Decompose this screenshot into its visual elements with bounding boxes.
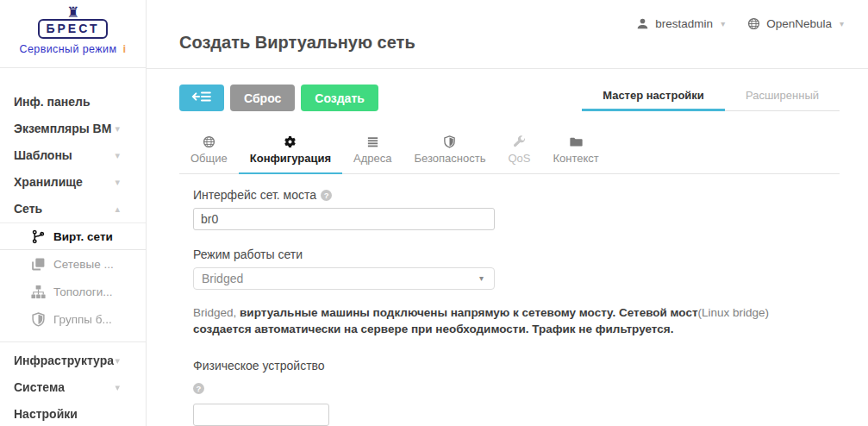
phydev-help-row: ? (193, 380, 840, 396)
subtab-label: Безопасность (415, 152, 486, 165)
globe-icon (203, 135, 215, 148)
configuration-form: Интерфейс сет. моста? Режим работы сети … (179, 174, 840, 426)
subtab-addresses[interactable]: Адреса (342, 129, 403, 174)
main-area: Создать Виртуальную сеть brestadmin ▾ (147, 0, 868, 426)
sidebar-item-infrastructure[interactable]: Инфраструктура ▾ (0, 348, 146, 374)
user-icon (636, 17, 649, 30)
page-title: Создать Виртуальную сеть (179, 33, 415, 53)
bridge-label: Интерфейс сет. моста? (193, 188, 840, 202)
back-to-list-button[interactable] (179, 85, 224, 111)
sidebar-item-network-topology[interactable]: Топологи... (0, 278, 146, 305)
sidebar-item-label: Сетевые ... (53, 258, 114, 271)
sidebar-item-label: Шаблоны (14, 148, 72, 162)
mode-description-light: (Linux bridge) (698, 306, 770, 319)
info-icon[interactable]: i (122, 42, 126, 55)
sidebar-item-system[interactable]: Система ▾ (0, 374, 146, 401)
bridge-input[interactable] (193, 208, 495, 230)
chevron-down-icon: ▾ (115, 374, 120, 401)
sidebar-item-label: Система (14, 380, 65, 394)
globe-icon (747, 17, 760, 30)
castle-icon: ♜ (0, 7, 146, 19)
layers-icon (31, 257, 46, 272)
sidebar-item-label: Сеть (14, 202, 42, 216)
phydev-label: Физическое устройство (193, 359, 840, 373)
back-list-icon (191, 91, 212, 105)
chevron-down-icon: ▾ (115, 116, 120, 142)
sidebar-item-templates[interactable]: Шаблоны ▾ (0, 142, 146, 169)
sidebar-divider (0, 341, 146, 342)
sidebar-item-label: Инфраструктура (14, 354, 114, 367)
shield-icon (31, 312, 46, 327)
sidebar-item-label: Инф. панель (14, 95, 91, 109)
content: Сброс Создать Мастер настройки Расширенн… (147, 84, 868, 426)
subtab-label: Общие (190, 152, 228, 165)
subtab-configuration[interactable]: Конфигурация (239, 129, 342, 174)
sitemap-icon (31, 285, 46, 299)
sidebar-item-network[interactable]: Сеть ▴ (0, 196, 146, 222)
mode-description-dark: создается автоматически на сервере при н… (193, 323, 673, 335)
tab-advanced[interactable]: Расширенный (725, 84, 840, 111)
zone-menu[interactable]: OpenNebula ▾ (747, 17, 844, 30)
chevron-down-icon: ▾ (840, 19, 844, 28)
subtab-label: QoS (508, 152, 530, 165)
sidebar-item-network-secgroups-list[interactable]: Сетевые ... (0, 250, 146, 278)
chevron-down-icon: ▾ (115, 348, 120, 374)
list-icon (366, 135, 379, 148)
brand-logo: БРЕСТ (38, 19, 107, 39)
shield-icon (443, 135, 456, 148)
sidebar-item-virtual-networks[interactable]: Вирт. сети (0, 222, 146, 250)
mode-description-light: Bridged, (193, 306, 236, 319)
zone-name: OpenNebula (766, 17, 832, 30)
network-mode-label: Режим работы сети (193, 247, 840, 261)
help-icon[interactable]: ? (193, 383, 204, 394)
username: brestadmin (655, 17, 713, 30)
mode-description-dark: виртуальные машины подключены напрямую к… (236, 306, 697, 319)
sidebar-item-label: Вирт. сети (53, 230, 113, 243)
chevron-down-icon: ▾ (115, 169, 120, 196)
tab-wizard[interactable]: Мастер настройки (582, 84, 725, 111)
sidebar-menu: Инф. панель Экземпляры ВМ ▾ Шаблоны ▾ Хр… (0, 68, 146, 426)
sidebar-item-label: Топологи... (53, 285, 112, 298)
sidebar: ♜ БРЕСТ Сервисный режимi Инф. панель Экз… (0, 0, 147, 426)
user-menu[interactable]: brestadmin ▾ (636, 17, 725, 30)
folder-icon (570, 135, 583, 148)
subtab-label: Адреса (353, 152, 391, 165)
help-icon[interactable]: ? (321, 190, 332, 201)
gear-icon (284, 135, 297, 148)
caret-down-icon: ▾ (479, 268, 484, 289)
sidebar-item-vm-instances[interactable]: Экземпляры ВМ ▾ (0, 116, 146, 142)
subtab-general[interactable]: Общие (179, 129, 239, 174)
subtab-label: Контекст (553, 152, 598, 165)
subtab-context[interactable]: Контекст (541, 129, 609, 174)
subtab-label: Конфигурация (250, 152, 331, 165)
sidebar-item-security-groups[interactable]: Группы б... (0, 305, 146, 333)
reset-button[interactable]: Сброс (230, 85, 295, 111)
code-branch-icon (31, 229, 46, 244)
network-mode-select[interactable]: Bridged ▾ (193, 267, 495, 290)
page-header: Создать Виртуальную сеть brestadmin ▾ (147, 0, 868, 69)
sidebar-item-settings[interactable]: Настройки (0, 401, 146, 426)
bridge-label-text: Интерфейс сет. моста (193, 188, 316, 202)
sidebar-item-label: Настройки (14, 407, 78, 421)
header-right: brestadmin ▾ OpenNebula ▾ (636, 17, 844, 30)
subtab-security[interactable]: Безопасность (403, 129, 497, 174)
sidebar-item-storage[interactable]: Хранилище ▾ (0, 169, 146, 196)
network-mode-value: Bridged (202, 272, 243, 285)
chevron-down-icon: ▾ (115, 142, 120, 169)
phydev-input-row (193, 404, 840, 426)
wizard-subtabs: Общие Конфигурация Адрес (179, 129, 840, 174)
logo: ♜ БРЕСТ Сервисный режимi (0, 0, 146, 68)
subtab-qos[interactable]: QoS (496, 129, 541, 174)
sidebar-item-label: Хранилище (14, 175, 83, 189)
wizard-tabs: Мастер настройки Расширенный (582, 84, 840, 111)
actions-row: Сброс Создать Мастер настройки Расширенн… (179, 84, 840, 111)
toolbar: Сброс Создать (179, 85, 378, 111)
sidebar-item-dashboard[interactable]: Инф. панель (0, 89, 146, 116)
sidebar-item-label: Экземпляры ВМ (14, 122, 111, 135)
phydev-input[interactable] (193, 404, 329, 426)
chevron-up-icon: ▴ (115, 196, 120, 222)
sidebar-item-label: Группы б... (53, 313, 112, 326)
mode-description: Bridged, виртуальные машины подключены н… (193, 304, 784, 337)
service-mode: Сервисный режимi (0, 42, 146, 55)
create-button[interactable]: Создать (301, 85, 378, 111)
